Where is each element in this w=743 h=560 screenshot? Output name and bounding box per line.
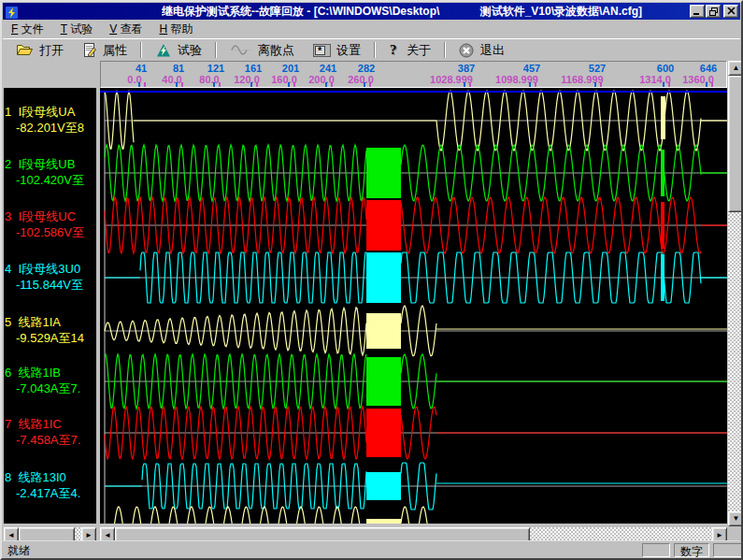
channel-range: -82.201V至8: [4, 120, 96, 136]
channel-name: 3 Ⅰ段母线UC: [4, 208, 96, 224]
fault-dense-block-ch3: [366, 200, 401, 251]
ruler-sample-number: 161: [245, 63, 262, 74]
discrete-points-icon: [230, 43, 252, 57]
arrow-down-icon: ▼: [733, 515, 740, 523]
window-title: 继电保护测试系统--故障回放 - [C:\WINDOWS\Desktop\ 测试…: [162, 4, 689, 20]
event-marker-bar-ch3: [661, 202, 664, 249]
scroll-up-button[interactable]: ▲: [728, 61, 743, 76]
restore-icon: [709, 7, 718, 16]
close-button[interactable]: [723, 5, 738, 18]
ruler-time-number: 1314.0: [639, 74, 671, 85]
channel-label[interactable]: 2 Ⅰ段母线UB-102.420V至: [4, 156, 96, 188]
menu-item-v[interactable]: V 查看: [101, 20, 150, 39]
ruler-time-number: 1098.999: [495, 74, 538, 85]
waveform-canvas[interactable]: [100, 88, 727, 524]
ruler-time-number: 1360.0: [682, 74, 714, 85]
minimize-icon: [693, 7, 701, 15]
channel-label[interactable]: 8 线路13I0-2.417A至4.: [4, 469, 96, 501]
toolbar-button-label: 设置: [336, 42, 361, 59]
ruler-tick-mark: [600, 82, 602, 87]
test-run-icon: [155, 43, 172, 58]
channel-name: 1 Ⅰ段母线UA: [4, 104, 96, 120]
channel-label[interactable]: 6 线路1IB-7.043A至7.: [4, 365, 96, 396]
ruler-tick-mark: [529, 82, 531, 87]
channel-label[interactable]: 4 Ⅰ段母线3U0-115.844V至: [4, 261, 96, 293]
channel-range: -7.458A至7.: [4, 432, 96, 448]
open-button[interactable]: 打开: [7, 40, 73, 60]
channel-panel: 1 Ⅰ段母线UA-82.201V至82 Ⅰ段母线UB-102.420V至3 Ⅰ段…: [4, 88, 96, 524]
fault-dense-block-ch7: [366, 409, 401, 457]
status-bar: 就绪 数字: [3, 540, 740, 557]
restore-button[interactable]: [706, 5, 721, 18]
ruler-sample-number: 600: [657, 63, 674, 74]
channel-name: 6 线路1IB: [4, 365, 96, 381]
menu-item-h[interactable]: H 帮助: [151, 20, 202, 39]
ruler-time-number: 1168.999: [561, 74, 603, 85]
scroll-down-button[interactable]: ▼: [728, 511, 743, 526]
properties-icon: [82, 43, 97, 58]
svg-text:?: ?: [390, 43, 397, 57]
ruler-tick-mark: [325, 82, 327, 87]
channel-range: -9.529A至14: [4, 330, 96, 346]
event-marker-bar-ch2: [661, 150, 664, 196]
status-panel-1: [642, 543, 670, 557]
event-marker-bar-ch1: [661, 96, 665, 139]
arrow-left-icon: ◄: [7, 532, 15, 539]
channel-name: 8 线路13I0: [4, 469, 96, 485]
ruler-tick-mark: [213, 82, 215, 87]
ruler-tick-mark: [535, 82, 536, 87]
ruler-tick-mark: [464, 82, 465, 87]
about-button[interactable]: ??关于: [379, 40, 440, 60]
ruler-sample-number: 527: [589, 63, 606, 74]
arrow-up-icon: ▲: [733, 65, 740, 72]
fault-dense-block-ch8: [366, 472, 401, 500]
ruler-tick-mark: [293, 82, 295, 87]
status-panel-2: [713, 543, 742, 557]
status-num-panel: 数字: [674, 543, 709, 557]
ruler-time-number: 40.0: [162, 74, 181, 85]
ruler-tick-mark: [176, 82, 178, 87]
ruler-time-number: 80.0: [199, 74, 219, 85]
toolbar-separator: [444, 42, 446, 58]
channel-label[interactable]: 3 Ⅰ段母线UC-102.586V至: [4, 208, 96, 240]
ruler-tick-mark: [594, 82, 596, 87]
ruler-tick-mark: [369, 82, 371, 87]
ruler-tick-mark: [711, 82, 713, 87]
channel-range: -115.844V至: [4, 277, 96, 293]
ruler-sample-number: 201: [282, 63, 299, 74]
toolbar-button-label: 属性: [103, 42, 127, 59]
title-bar[interactable]: 继电保护测试系统--故障回放 - [C:\WINDOWS\Desktop\ 测试…: [3, 3, 740, 20]
arrow-right-icon: ►: [716, 532, 723, 539]
toolbar-button-label: 关于: [407, 42, 431, 59]
channel-label[interactable]: 5 线路1IA-9.529A至14: [4, 314, 96, 346]
menu-item-f[interactable]: F 文件: [3, 20, 52, 39]
ruler-tick-mark: [138, 82, 140, 87]
settings-button[interactable]: *设置: [304, 40, 370, 60]
toolbar-button-label: 试验: [178, 42, 202, 59]
discrete-button[interactable]: 离散点: [221, 40, 304, 60]
exit-button[interactable]: 退出: [450, 40, 514, 60]
channel-label[interactable]: 7 线路1IC-7.458A至7.: [4, 416, 96, 448]
menu-item-t[interactable]: T 试验: [52, 20, 101, 39]
v-scrollbar: ▲ ▼: [728, 61, 743, 526]
wave-panel: [100, 88, 727, 524]
properties-button[interactable]: 属性: [73, 40, 136, 60]
toolbar-button-label: 退出: [480, 42, 505, 59]
ruler-sample-number: 457: [523, 63, 540, 74]
svg-text:*: *: [318, 45, 322, 56]
status-ready-text: 就绪: [7, 543, 30, 559]
ruler-tick-mark: [144, 82, 146, 87]
channel-name: 5 线路1IA: [4, 314, 96, 330]
channel-label[interactable]: 1 Ⅰ段母线UA-82.201V至8: [4, 104, 96, 136]
toolbar-button-label: 离散点: [258, 42, 294, 59]
ruler-tick-mark: [256, 82, 258, 87]
ruler-sample-number: 387: [458, 63, 475, 74]
close-icon: [727, 7, 736, 15]
ruler-tick-mark: [469, 82, 471, 87]
ruler-time-number: 1028.999: [430, 74, 473, 85]
v-scrollbar-thumb[interactable]: [728, 76, 743, 212]
test-button[interactable]: 试验: [146, 40, 211, 60]
fault-dense-block-ch9: [366, 519, 401, 524]
application-window: 继电保护测试系统--故障回放 - [C:\WINDOWS\Desktop\ 测试…: [0, 0, 743, 560]
minimize-button[interactable]: [690, 5, 705, 18]
